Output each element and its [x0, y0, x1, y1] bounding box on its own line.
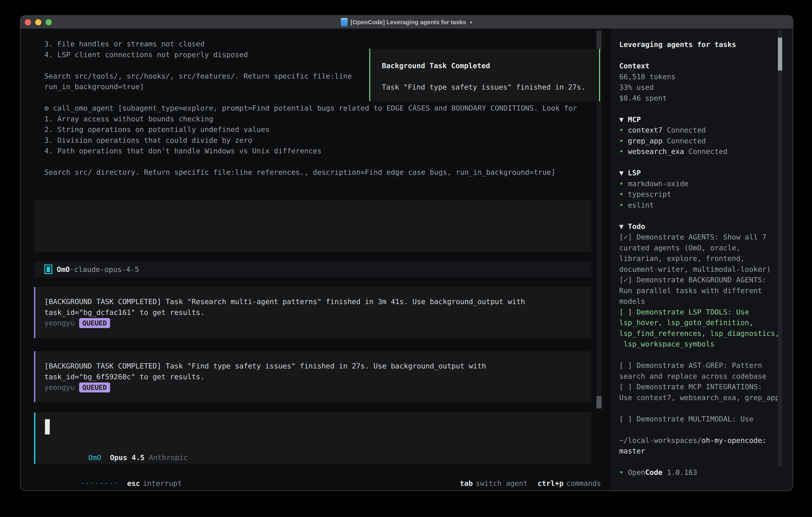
text-segment: 3. File handles or streams not closed — [45, 40, 205, 48]
text-segment: Connected — [663, 137, 706, 145]
text-segment: [ ] Demonstrate MULTIMODAL: Use — [619, 415, 753, 423]
bullet-icon: • — [619, 126, 628, 134]
agent-name: OmO — [57, 265, 70, 273]
task-message-line2: task_id="bg_6f59260c" to get results. — [45, 372, 591, 382]
lsp-item: • typescript — [619, 189, 793, 200]
text-segment: eslint — [628, 201, 654, 209]
text-segment: call_omo_agent [subagent_type=explore, p… — [53, 104, 577, 112]
text-segment: [✓] Demonstrate AGENTS: Show all 7 — [619, 233, 766, 241]
text-segment: Search src/tools/, src/hooks/, src/featu… — [45, 72, 352, 80]
lsp-item: • eslint — [619, 200, 793, 211]
workspace-branch: master — [619, 446, 793, 456]
prompt-input[interactable]: OmO Opus 4.5 Anthropic — [34, 412, 591, 464]
spinner-dots-icon: ········ — [81, 479, 118, 487]
chat-scrollbar-end[interactable] — [597, 396, 602, 408]
mcp-item: • context7 Connected — [619, 125, 793, 136]
spacer — [619, 157, 793, 168]
chevron-down-icon: ▼ — [619, 222, 628, 230]
agent-icon — [45, 265, 52, 274]
text-segment: Connected — [663, 126, 706, 134]
half-shaded-circle-icon: ◑ — [469, 19, 472, 25]
todo-item-done: librarian, explore, frontend, — [619, 253, 793, 264]
app-content: 3. File handles or streams not closed4. … — [21, 29, 793, 490]
text-segment: 2. String operations on potentially unde… — [45, 125, 269, 134]
todo-item-active: lsp_find_references, lsp_diagnostics, — [619, 328, 793, 339]
todo-header[interactable]: ▼ Todo — [619, 221, 793, 232]
window-title: [OpenCode] Leveraging agents for tasks ◑ — [341, 18, 472, 26]
text-segment: 66,518 tokens — [619, 73, 675, 81]
spacer — [619, 50, 793, 61]
mcp-item: • grep_app Connected — [619, 136, 793, 146]
todo-item-pending: Use context7, websearch_exa, grep_app — [619, 392, 793, 403]
todo-item-pending: [ ] Demonstrate MULTIMODAL: Use — [619, 414, 793, 425]
text-segment: grep_app — [628, 137, 662, 145]
text-segment: 1. Array access without bounds checking — [45, 115, 213, 123]
titlebar[interactable]: [OpenCode] Leveraging agents for tasks ◑ — [21, 16, 793, 29]
agent-header: OmO · claude-opus-4-5 — [34, 261, 591, 277]
text-segment: models — [619, 297, 645, 305]
status-right: tabswitch agentctrl+pcommands — [416, 467, 601, 478]
text-segment: lsp_workspace_symbols — [619, 340, 715, 348]
text-segment: oh-my-opencode: — [701, 436, 766, 444]
text-segment: ~/local-workspaces/ — [619, 436, 701, 444]
window-title-text: [OpenCode] Leveraging agents for tasks — [350, 19, 466, 26]
zoom-button[interactable] — [46, 19, 52, 25]
status-bar: ········escinterrupt tabswitch agentctrl… — [37, 467, 601, 478]
text-segment: document-writer, multimodal-looker) — [619, 265, 771, 273]
text-segment: 1.0.163 — [663, 468, 697, 477]
tool-call-line: ⚙ call_omo_agent [subagent_type=explore,… — [45, 103, 591, 113]
todo-item-done: Run parallel tasks with different — [619, 285, 793, 296]
text-segment: master — [619, 447, 645, 455]
tab-hint-key: tab — [460, 479, 473, 487]
todo-item-done: document-writer, multimodal-looker) — [619, 264, 793, 275]
task-message-line1: [BACKGROUND TASK COMPLETED] Task "Resear… — [45, 296, 591, 307]
text-segment: MCP — [628, 115, 641, 124]
todo-item-pending: [ ] Demonstrate MCP INTEGRATIONS: — [619, 381, 793, 392]
chat-scrollbar-thumb[interactable] — [597, 31, 602, 51]
document-icon — [341, 18, 348, 26]
text-segment: Context — [619, 62, 649, 70]
task-user: yeongyu — [45, 319, 75, 327]
close-button[interactable] — [25, 19, 31, 25]
sidebar-title: Leveraging agents for tasks — [619, 39, 793, 50]
input-provider: Anthropic — [149, 454, 188, 462]
history-line: 3. Division operations that could divide… — [45, 135, 591, 146]
chevron-down-icon: ▼ — [619, 169, 628, 177]
subagent-nav-hint: ctrl+x right, ctrl+x left to navigate be… — [45, 232, 591, 243]
oracle-task-banner: ◉ Oracle Task "Deep architecture review"… — [34, 200, 591, 252]
ctrlp-hint-key: ctrl+p — [538, 479, 563, 487]
text-segment: Open — [628, 468, 645, 477]
mcp-header[interactable]: ▼ MCP — [619, 114, 793, 125]
text-segment: Connected — [684, 147, 727, 156]
input-footer: OmO Opus 4.5 Anthropic — [45, 445, 188, 470]
toast-title: Background Task Completed — [382, 60, 599, 71]
text-segment: LSP — [628, 169, 641, 177]
todo-item-pending: [ ] Demonstrate AST-GREP: Pattern — [619, 360, 793, 371]
text-cursor — [45, 419, 50, 434]
history-line — [45, 156, 591, 167]
todo-item-active: lsp_workspace_symbols — [619, 339, 793, 350]
esc-hint-label: interrupt — [143, 479, 182, 487]
status-left: ········escinterrupt — [37, 467, 182, 478]
background-task-toast[interactable]: Background Task Completed Task "Find typ… — [369, 49, 600, 101]
sidebar-scrollbar-thumb[interactable] — [778, 37, 782, 71]
text-segment: [ ] Demonstrate MCP INTEGRATIONS: — [619, 383, 762, 391]
text-segment: 3. Division operations that could divide… — [45, 136, 252, 144]
lsp-header[interactable]: ▼ LSP — [619, 167, 793, 178]
minimize-button[interactable] — [35, 19, 41, 25]
lsp-item: • markdown-oxide — [619, 178, 793, 189]
todo-item-done: curated agents (OmO, oracle, — [619, 243, 793, 253]
sidebar-scrollbar[interactable] — [778, 31, 782, 466]
text-segment: 4. Path operations that don't handle Win… — [45, 147, 321, 155]
status-badge: QUEUED — [79, 318, 110, 328]
todo-item-pending: search and replace across codebase — [619, 371, 793, 382]
session-sidebar: Leveraging agents for tasksContext66,518… — [611, 29, 793, 490]
text-segment: run_in_background=true] — [45, 83, 144, 91]
input-model: Opus 4.5 — [110, 454, 144, 462]
version-line: • OpenCode 1.0.163 — [619, 467, 793, 478]
spacer — [619, 424, 793, 435]
input-agent-name: OmO — [88, 454, 101, 462]
context-header: Context — [619, 61, 793, 71]
text-segment: context7 — [628, 126, 662, 134]
ctrlp-hint-label: commands — [567, 479, 601, 487]
